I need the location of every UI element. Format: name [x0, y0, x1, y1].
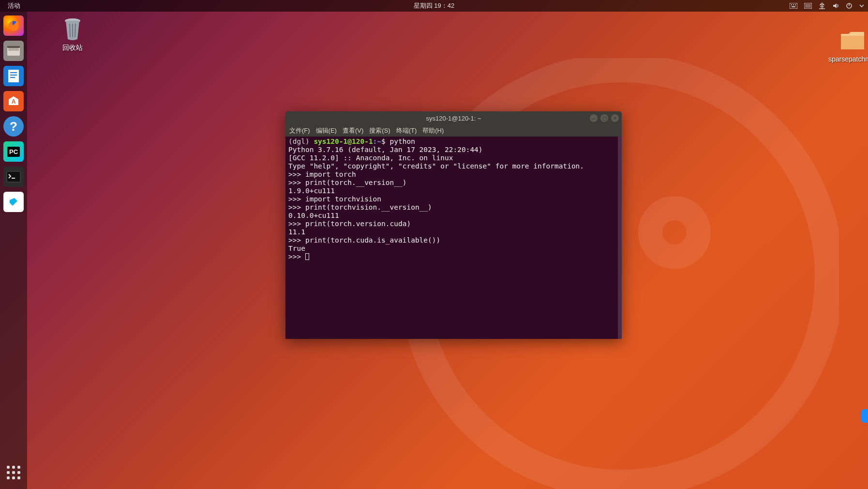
svg-line-25	[75, 24, 75, 37]
dock-app-writer[interactable]	[3, 66, 24, 86]
svg-rect-14	[7, 46, 20, 48]
terminal-line: Type "help", "copyright", "credits" or "…	[288, 162, 584, 170]
dock-app-help[interactable]: ?	[3, 116, 24, 137]
svg-rect-2	[790, 3, 797, 9]
desktop-trash[interactable]: 回收站	[48, 16, 97, 52]
terminal-line: 11.1	[288, 228, 305, 236]
svg-rect-13	[8, 48, 19, 51]
svg-text:A: A	[12, 98, 16, 105]
svg-rect-5	[795, 4, 796, 5]
terminal-line: 0.10.0+cu111	[288, 212, 339, 219]
prompt-user: sys120-1@120-1	[314, 138, 373, 145]
prompt-env: (dgl)	[288, 138, 314, 145]
top-panel: 活动 星期四 19：42	[0, 0, 868, 12]
dock-app-terminal[interactable]	[3, 167, 24, 187]
dock: A ? PC	[0, 12, 27, 489]
terminal-line: 1.9.0+cu111	[288, 187, 335, 195]
menu-file[interactable]: 文件(F)	[289, 126, 310, 135]
dock-app-todesk[interactable]	[3, 192, 24, 212]
svg-rect-4	[793, 4, 794, 5]
system-tray[interactable]	[790, 2, 864, 9]
terminal-line: True	[288, 244, 305, 252]
volume-icon[interactable]	[832, 2, 839, 9]
clock[interactable]: 星期四 19：42	[414, 1, 455, 10]
folder-icon	[840, 28, 865, 53]
edge-tab[interactable]	[861, 409, 868, 423]
maximize-button[interactable]: ▢	[600, 114, 608, 122]
desktop-folder[interactable]: sparsepatchmatch	[828, 28, 868, 63]
keyboard-icon[interactable]	[790, 3, 797, 9]
dock-app-files[interactable]	[3, 41, 24, 61]
keyboard2-icon[interactable]	[804, 3, 812, 9]
terminal-window[interactable]: sys120-1@120-1: ~ – ▢ × 文件(F) 编辑(E) 查看(V…	[285, 111, 622, 339]
power-icon[interactable]	[846, 2, 853, 9]
terminal-line: >>> import torch	[288, 170, 356, 178]
show-applications-button[interactable]	[5, 464, 22, 481]
desktop-trash-label: 回收站	[48, 44, 97, 52]
menu-edit[interactable]: 编辑(E)	[316, 126, 337, 135]
svg-point-1	[650, 208, 699, 257]
terminal-menubar: 文件(F) 编辑(E) 查看(V) 搜索(S) 终端(T) 帮助(H)	[285, 125, 622, 137]
minimize-button[interactable]: –	[590, 114, 598, 122]
svg-rect-20	[7, 171, 20, 182]
network-icon[interactable]	[819, 2, 825, 9]
prompt-path: :~	[373, 138, 381, 145]
terminal-scrollbar[interactable]	[618, 137, 622, 339]
menu-help[interactable]: 帮助(H)	[422, 126, 444, 135]
prompt-command: python	[390, 138, 415, 145]
svg-rect-15	[8, 70, 19, 82]
terminal-line: >>> print(torch.version.cuda)	[288, 220, 411, 228]
terminal-titlebar[interactable]: sys120-1@120-1: ~ – ▢ ×	[285, 111, 622, 125]
terminal-line: >>> print(torchvision.__version__)	[288, 203, 432, 211]
chevron-down-icon[interactable]	[859, 3, 864, 8]
svg-rect-6	[792, 6, 795, 7]
terminal-line: >>> print(torch.__version__)	[288, 179, 406, 186]
menu-view[interactable]: 查看(V)	[343, 126, 363, 135]
close-button[interactable]: ×	[611, 114, 619, 122]
trash-icon	[60, 16, 85, 42]
activities-button[interactable]: 活动	[4, 1, 24, 10]
dock-app-firefox[interactable]	[3, 15, 24, 36]
terminal-title: sys120-1@120-1: ~	[426, 115, 481, 122]
svg-rect-3	[791, 4, 792, 5]
dock-app-software[interactable]: A	[3, 91, 24, 111]
terminal-line: >>>	[288, 253, 305, 260]
prompt-dollar: $	[381, 138, 389, 145]
cursor-icon	[305, 253, 309, 260]
svg-line-23	[70, 24, 70, 37]
menu-terminal[interactable]: 终端(T)	[396, 126, 417, 135]
terminal-line: [GCC 11.2.0] :: Anaconda, Inc. on linux	[288, 154, 453, 162]
terminal-body[interactable]: (dgl) sys120-1@120-1:~$ python Python 3.…	[285, 137, 622, 339]
terminal-line: Python 3.7.16 (default, Jan 17 2023, 22:…	[288, 146, 483, 153]
dock-app-pycharm[interactable]: PC	[3, 141, 24, 162]
terminal-line: >>> print(torch.cuda.is_available())	[288, 236, 440, 244]
terminal-line: >>> import torchvision	[288, 195, 381, 203]
menu-search[interactable]: 搜索(S)	[369, 126, 390, 135]
desktop-folder-label: sparsepatchmatch	[828, 55, 868, 63]
svg-rect-8	[805, 4, 811, 8]
